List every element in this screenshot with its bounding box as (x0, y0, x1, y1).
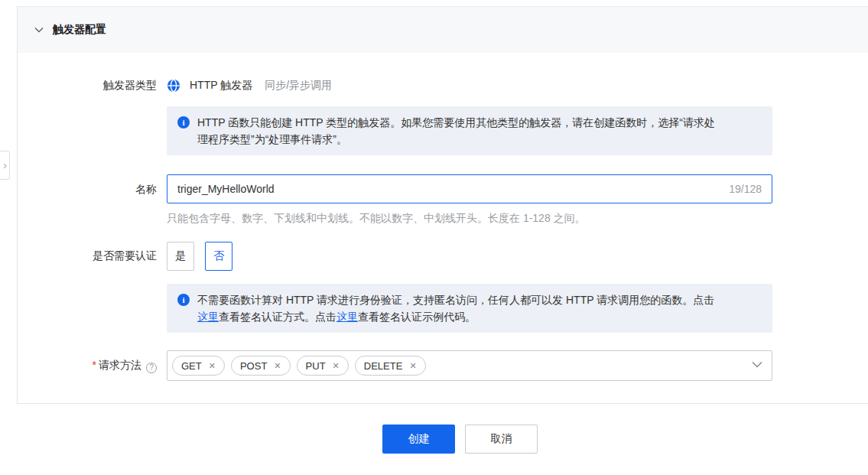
name-label: 名称 (35, 174, 167, 203)
panel-title: 触发器配置 (53, 23, 106, 37)
cancel-button[interactable]: 取消 (465, 425, 538, 454)
chevron-down-icon[interactable] (752, 361, 762, 368)
chevron-right-icon: › (3, 159, 7, 171)
method-multiselect[interactable]: GET ✕ POST ✕ PUT ✕ DELETE ✕ (167, 350, 772, 381)
trigger-name-input[interactable] (167, 174, 772, 203)
trigger-type-row: 触发器类型 HTTP 触发器 同步/异步调用 (35, 77, 868, 94)
http-trigger-notice: i HTTP 函数只能创建 HTTP 类型的触发器。如果您需要使用其他类型的触发… (167, 106, 772, 155)
auth-no-button[interactable]: 否 (205, 242, 232, 271)
help-question-icon[interactable]: ? (146, 363, 157, 373)
notice2-line1: 不需要函数计算对 HTTP 请求进行身份验证，支持匿名访问，任何人都可以发 HT… (197, 291, 714, 308)
remove-tag-icon[interactable]: ✕ (274, 361, 281, 371)
notice1-line2: 理程序类型”为“处理事件请求”。 (197, 131, 715, 148)
remove-tag-icon[interactable]: ✕ (209, 361, 216, 371)
create-button[interactable]: 创建 (382, 425, 455, 454)
name-row: 名称 19/128 (35, 174, 868, 203)
remove-tag-icon[interactable]: ✕ (409, 361, 416, 371)
auth-row: 是否需要认证 是 否 (35, 242, 868, 271)
method-label: 请求方法 (99, 359, 141, 371)
trigger-type-label: 触发器类型 (35, 79, 167, 93)
notice2-line2: 这里查看签名认证方式。点击这里查看签名认证示例代码。 (197, 308, 714, 325)
method-tag-get: GET ✕ (172, 356, 225, 376)
notice1-line1: HTTP 函数只能创建 HTTP 类型的触发器。如果您需要使用其他类型的触发器，… (197, 114, 715, 131)
auth-yes-button[interactable]: 是 (167, 242, 194, 271)
trigger-type-value: HTTP 触发器 (190, 79, 252, 93)
side-panel-expander[interactable]: › (0, 151, 10, 180)
signature-auth-link[interactable]: 这里 (197, 311, 219, 323)
globe-icon (167, 79, 180, 93)
method-tag-delete: DELETE ✕ (355, 356, 426, 376)
trigger-config-page: › 触发器配置 触发器类型 HTTP 触发器 同步/异步调用 (0, 0, 868, 475)
char-counter: 19/128 (729, 174, 762, 203)
info-icon: i (177, 294, 190, 306)
auth-label: 是否需要认证 (35, 249, 167, 263)
required-asterisk: * (93, 359, 96, 371)
remove-tag-icon[interactable]: ✕ (333, 361, 340, 371)
anonymous-access-notice: i 不需要函数计算对 HTTP 请求进行身份验证，支持匿名访问，任何人都可以发 … (167, 284, 772, 333)
chevron-down-icon[interactable] (34, 27, 44, 33)
method-tag-put: PUT ✕ (297, 356, 349, 376)
panel-header[interactable]: 触发器配置 (18, 7, 868, 53)
method-tag-post: POST ✕ (231, 356, 291, 376)
invoke-mode-value: 同步/异步调用 (265, 79, 332, 93)
info-icon: i (177, 116, 190, 129)
panel-body: 触发器类型 HTTP 触发器 同步/异步调用 i HTTP 函数只能创建 HTT… (18, 53, 868, 381)
request-method-row: *请求方法? GET ✕ POST ✕ PUT ✕ (35, 350, 868, 381)
trigger-config-panel: 触发器配置 触发器类型 HTTP 触发器 同步/异步调用 i (17, 6, 868, 404)
signature-sample-link[interactable]: 这里 (336, 311, 358, 323)
name-validation-hint: 只能包含字母、数字、下划线和中划线。不能以数字、中划线开头。长度在 1-128 … (167, 211, 868, 225)
